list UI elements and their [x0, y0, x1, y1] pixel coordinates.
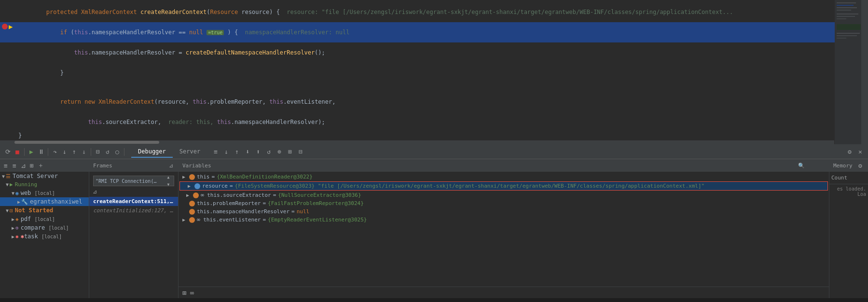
filter-icon[interactable]: ⊿	[91, 188, 98, 195]
layout-btn[interactable]: ⊟	[296, 147, 305, 157]
var-item-resource[interactable]: ▶ resource = {FileSystemResource@3023} "…	[179, 181, 828, 191]
var-item-this[interactable]: ▶ this = {XmlBeanDefinitionReader@3022}	[179, 173, 829, 181]
tree-toolbar-icon1[interactable]: ≡	[2, 162, 10, 169]
tree-item-pdf[interactable]: ▶ ◈ pdf [local]	[0, 215, 89, 223]
tree-list: ▼ ☰ Tomcat Server ▼ ▶ Running ▼ ◉ web [l…	[0, 172, 89, 298]
separator	[124, 148, 124, 156]
tree-toolbar: ≡ ≡ ⊿ ⊞ ＋	[0, 159, 89, 172]
compare-icon: ⊕	[15, 225, 19, 231]
frame-item[interactable]: contextInitialized:127, IrisContextLoade…	[89, 206, 178, 215]
svg-rect-4	[837, 10, 851, 11]
frames-filter-icon[interactable]: ⊿	[167, 162, 174, 169]
tree-filter-icon[interactable]: ⊿	[19, 162, 27, 169]
svg-rect-6	[837, 16, 855, 17]
tree-item-compare[interactable]: ▶ ⊕ compare [local]	[0, 223, 89, 232]
running-label: Running	[15, 181, 37, 188]
horizontal-scrollbar[interactable]	[0, 140, 834, 144]
chevron-down-icon: ▼	[6, 182, 9, 187]
var-item-namespace-handler[interactable]: this.namespaceHandlerResolver = null	[179, 207, 829, 216]
step-out-icon[interactable]: ↑	[70, 148, 78, 156]
watch-icon[interactable]: ∞	[188, 289, 196, 297]
expand-arrow-icon: ▶	[188, 183, 193, 189]
running-icon: ▶	[10, 181, 13, 188]
tree-item-app[interactable]: ▶ 🔧 egrantshanxiwel	[0, 197, 89, 206]
expand-arrow-icon: ▶	[182, 217, 187, 222]
force-step-into-icon[interactable]: ⇓	[80, 148, 88, 156]
svg-rect-11	[837, 38, 846, 39]
task-label: ✱task [local]	[21, 233, 62, 240]
separator	[24, 148, 25, 156]
tree-toolbar-icon3[interactable]: ⊞	[28, 162, 36, 169]
debug-toolbar: ≡ ↓ ↑ ⬇ ⬆ ↺ ⊕ ⊞ ⊟	[211, 147, 305, 157]
down2-btn[interactable]: ⬇	[243, 147, 252, 157]
close-panel-icon[interactable]: ✕	[856, 148, 864, 156]
code-line: }	[0, 132, 868, 141]
up2-btn[interactable]: ⬆	[253, 147, 263, 157]
tree-toolbar-icon2[interactable]: ≡	[11, 162, 18, 169]
var-type-icon	[189, 209, 195, 215]
tab-server[interactable]: Server	[173, 146, 207, 158]
grid-btn[interactable]: ⊞	[285, 147, 295, 157]
task-icon: ✱	[15, 233, 19, 240]
step-into-icon[interactable]: ↓	[61, 148, 69, 156]
tree-item-not-started[interactable]: ▼ ⊡ Not Started	[0, 206, 89, 215]
svg-rect-10	[837, 35, 857, 36]
panel-toolbar-left: ⟳ ■ ▶ ⏸ ↷ ↓ ↑ ⇓ ⊟ ↺ ○	[4, 148, 125, 156]
code-line	[0, 83, 868, 92]
svg-rect-0	[835, 0, 861, 145]
down-btn[interactable]: ↓	[221, 147, 231, 157]
tree-item-web[interactable]: ▼ ◉ web [local]	[0, 189, 89, 197]
panel-content: ≡ ≡ ⊿ ⊞ ＋ ▼ ☰ Tomcat Server ▼ ▶ Running	[0, 159, 868, 298]
memory-settings-icon[interactable]: ⚙	[856, 162, 864, 169]
chevron-right-icon: ▶	[12, 217, 14, 222]
var-item-problem-reporter[interactable]: this.problemReporter = {FailFastProblemR…	[179, 199, 829, 207]
vertical-scrollbar[interactable]	[861, 0, 868, 145]
svg-rect-7	[837, 18, 846, 19]
svg-rect-5	[837, 14, 858, 14]
up-btn[interactable]: ↑	[232, 147, 242, 157]
code-line: protected XmlReaderContext createReaderC…	[0, 2, 868, 22]
scrollbar-thumb[interactable]	[14, 141, 159, 144]
thread-dropdown[interactable]: "RMI TCP Connection(2)-12...up "RMI Runt…	[93, 176, 174, 186]
frame-item[interactable]: createReaderContext:511, XmlBeanDefiniti…	[89, 197, 178, 206]
code-line: this.sourceExtractor, reader: this, this…	[0, 112, 868, 132]
copy-icon[interactable]: ⊞	[180, 289, 188, 297]
chevron-right-icon: ▶	[12, 234, 14, 239]
panel-right-icons: ⚙ ✕	[846, 148, 864, 156]
thread-up-icon[interactable]: ▲	[165, 174, 172, 181]
svg-rect-3	[837, 7, 857, 8]
web-label: web [local]	[21, 190, 55, 196]
pause-icon[interactable]: ⏸	[37, 148, 45, 156]
var-type-icon-blue	[194, 183, 200, 189]
memory-panel: Memory ⚙ Count es loaded. Loa	[829, 159, 868, 298]
tab-debugger[interactable]: Debugger	[131, 146, 173, 158]
resume-icon[interactable]: ▶	[28, 148, 35, 156]
app-label: egrantshanxiwel	[30, 198, 82, 205]
frames-icon[interactable]: ⊟	[94, 148, 102, 156]
thread-down-icon[interactable]: ▼	[165, 181, 172, 188]
tree-item-task[interactable]: ▶ ✱ ✱task [local]	[0, 232, 89, 241]
variables-title: Variables	[182, 163, 211, 169]
server-icon: ☰	[6, 173, 11, 179]
rerun-icon[interactable]: ⟳	[4, 148, 12, 156]
var-item-source-extractor[interactable]: ▶ ∞ this.sourceExtractor = {NullSourceEx…	[179, 191, 829, 199]
restore-btn[interactable]: ↺	[264, 147, 274, 157]
mute-icon[interactable]: ○	[113, 148, 121, 156]
separator	[48, 148, 48, 156]
var-item-event-listener[interactable]: ▶ ∞ this.eventListener = {EmptyReaderEve…	[179, 216, 829, 224]
variable-search-input[interactable]	[796, 162, 825, 169]
align-frames-btn[interactable]: ≡	[211, 147, 220, 157]
svg-rect-2	[837, 5, 854, 6]
chevron-down-icon: ▼	[2, 174, 5, 179]
tree-item-tomcat[interactable]: ▼ ☰ Tomcat Server	[0, 172, 89, 180]
count-header: Count	[829, 172, 868, 184]
tree-plus-icon[interactable]: ＋	[37, 162, 44, 169]
expand-arrow-icon: ▶	[186, 192, 191, 198]
settings-gear-icon[interactable]: ⚙	[846, 148, 854, 156]
bottom-panel: ⟳ ■ ▶ ⏸ ↷ ↓ ↑ ⇓ ⊟ ↺ ○ Debugger Server ≡ …	[0, 145, 868, 298]
reset-frames-icon[interactable]: ↺	[104, 148, 111, 156]
step-over-icon[interactable]: ↷	[51, 148, 59, 156]
tree-item-running[interactable]: ▼ ▶ Running	[0, 180, 89, 189]
watch-btn[interactable]: ⊕	[275, 147, 284, 157]
stop-icon[interactable]: ■	[14, 148, 21, 156]
